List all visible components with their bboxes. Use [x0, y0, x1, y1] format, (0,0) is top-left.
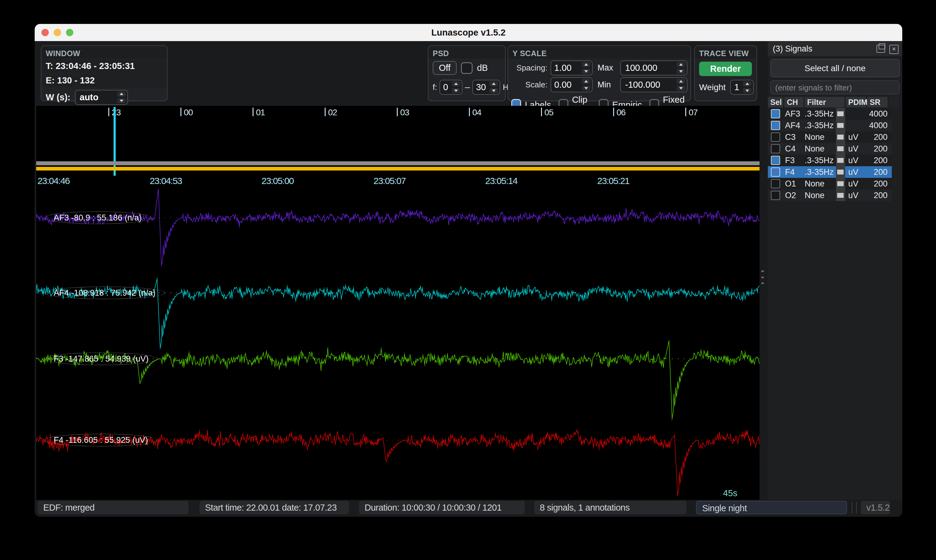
status-duration: Duration: 10:00:30 / 10:00:30 / 1201 epo… [359, 501, 525, 514]
signal-color-swatch[interactable] [837, 135, 843, 140]
spacing-label: Spacing: [511, 63, 547, 73]
signal-swatch-cell[interactable] [836, 131, 845, 143]
select-all-none-button[interactable]: Select all / none [770, 59, 900, 77]
signal-row-c4[interactable]: C4 None uV 200 [768, 143, 892, 155]
signal-swatch-cell[interactable] [836, 178, 845, 189]
screen: Lunascope v1.5.2 WINDOW T: 23:04:46 - 23… [0, 0, 936, 560]
weight-value: 1 [734, 82, 739, 92]
signal-ch: C4 [785, 143, 796, 155]
signal-row-o2[interactable]: O2 None uV 200 [768, 189, 892, 201]
signal-color-swatch[interactable] [837, 146, 843, 151]
min-label: Min [597, 80, 611, 89]
psd-off-button[interactable]: Off [433, 61, 456, 75]
float-panel-icon[interactable] [876, 45, 885, 53]
signal-row-c3[interactable]: C3 None uV 200 [768, 131, 892, 143]
signal-color-swatch[interactable] [837, 169, 843, 174]
col-stub [889, 97, 899, 107]
trace-label-f4: F4 -116.605 : 55.925 (uV) [44, 434, 157, 446]
hour-tick [397, 108, 398, 116]
spinner-arrows[interactable] [489, 81, 498, 93]
signal-color-swatch[interactable] [837, 181, 843, 186]
signal-filter-input[interactable]: (enter signals to filter) [770, 80, 900, 94]
col-ch[interactable]: CH [784, 97, 803, 107]
window-length-label: 45s [723, 488, 737, 498]
hour-label: 01 [256, 108, 265, 117]
spinner-arrows[interactable] [743, 81, 752, 93]
signal-checkbox[interactable] [771, 168, 780, 177]
signal-checkbox[interactable] [771, 179, 780, 188]
splitter-handle[interactable] [760, 269, 765, 285]
signal-checkbox[interactable] [771, 109, 780, 118]
window-seconds-spinner[interactable]: auto [75, 90, 128, 105]
spinner-arrows[interactable] [677, 62, 685, 74]
time-label: 23:05:14 [485, 176, 517, 186]
spinner-arrows[interactable] [677, 79, 685, 91]
hour-tick [325, 108, 325, 116]
signal-swatch-cell[interactable] [836, 166, 845, 178]
scale-spinner[interactable]: 0.00 [550, 77, 592, 92]
render-button[interactable]: Render [699, 62, 752, 76]
spacing-value: 1.00 [554, 63, 578, 73]
spinner-arrows[interactable] [117, 91, 126, 103]
signal-checkbox[interactable] [771, 121, 780, 130]
mode-dropdown[interactable]: Single night [696, 501, 847, 514]
signal-filter: None [805, 178, 825, 189]
close-panel-icon[interactable]: × [889, 45, 899, 54]
signal-swatch-cell[interactable] [836, 143, 845, 155]
signal-ch: AF3 [785, 108, 800, 120]
trace-region: 23 00 01 02 03 04 05 06 07 23:04:46 23:0… [36, 106, 760, 503]
min-spinner[interactable]: -100.000 [620, 77, 688, 92]
signal-color-swatch[interactable] [837, 111, 843, 116]
max-spinner[interactable]: 100.000 [620, 60, 688, 75]
spacing-spinner[interactable]: 1.00 [550, 60, 592, 75]
trace-canvas[interactable] [36, 188, 760, 503]
signal-row-af3[interactable]: AF3 .3-35Hz 4000 [768, 108, 892, 120]
signal-swatch-cell[interactable] [836, 108, 845, 120]
col-sr[interactable]: SR [867, 97, 888, 107]
signal-color-swatch[interactable] [837, 123, 843, 128]
col-filter[interactable]: Filter [805, 97, 845, 107]
psd-db-label: dB [477, 63, 488, 73]
signal-checkbox[interactable] [771, 132, 780, 142]
scale-value: 0.00 [554, 80, 578, 90]
signal-swatch-cell[interactable] [836, 189, 845, 201]
signal-checkbox[interactable] [771, 144, 780, 153]
psd-fmin-spinner[interactable]: 0 [439, 80, 463, 95]
window-title: Lunascope v1.5.2 [35, 24, 902, 41]
psd-db-checkbox[interactable] [461, 62, 473, 74]
spinner-arrows[interactable] [452, 81, 460, 93]
signal-checkbox[interactable] [771, 156, 780, 165]
psd-fmax-value: 30 [476, 82, 486, 92]
signal-filter: None [805, 131, 825, 143]
hour-tick [541, 108, 542, 116]
col-sel[interactable]: Sel [768, 97, 783, 107]
yscale-panel: Y SCALE Spacing: 1.00 Max 100.000 Scale:… [507, 45, 691, 101]
signal-row-af4[interactable]: AF4 .3-35Hz 4000 [768, 120, 892, 131]
signal-checkbox[interactable] [771, 191, 780, 200]
signal-swatch-cell[interactable] [836, 155, 845, 166]
psd-fmax-spinner[interactable]: 30 [472, 80, 500, 95]
hour-tick [613, 108, 614, 116]
selected-window-band[interactable] [36, 167, 760, 171]
signal-row-f4[interactable]: F4 .3-35Hz uV 200 [768, 166, 892, 178]
signal-table: AF3 .3-35Hz 4000 AF4 .3-35Hz 4000 C3 Non… [768, 108, 902, 201]
signal-sr: 4000 [847, 108, 888, 120]
spinner-arrows[interactable] [582, 79, 591, 91]
window-seconds-value: auto [80, 92, 114, 102]
spinner-arrows[interactable] [582, 62, 591, 74]
status-signals: 8 signals, 1 annotations [534, 501, 686, 514]
max-value: 100.000 [625, 63, 673, 73]
signal-row-f3[interactable]: F3 .3-35Hz uV 200 [768, 155, 892, 166]
signal-sr: 200 [847, 155, 888, 166]
min-value: -100.000 [625, 80, 673, 90]
signal-color-swatch[interactable] [837, 193, 843, 198]
signal-row-o1[interactable]: O1 None uV 200 [768, 178, 892, 189]
col-pdim[interactable]: PDIM [846, 97, 866, 107]
overview-cursor[interactable] [114, 107, 116, 176]
hour-label: 23 [112, 108, 120, 117]
hypnogram-band[interactable] [36, 161, 760, 165]
signal-color-swatch[interactable] [837, 158, 843, 163]
signal-swatch-cell[interactable] [836, 120, 845, 131]
weight-spinner[interactable]: 1 [730, 80, 754, 95]
signal-filter: .3-35Hz [805, 120, 834, 131]
